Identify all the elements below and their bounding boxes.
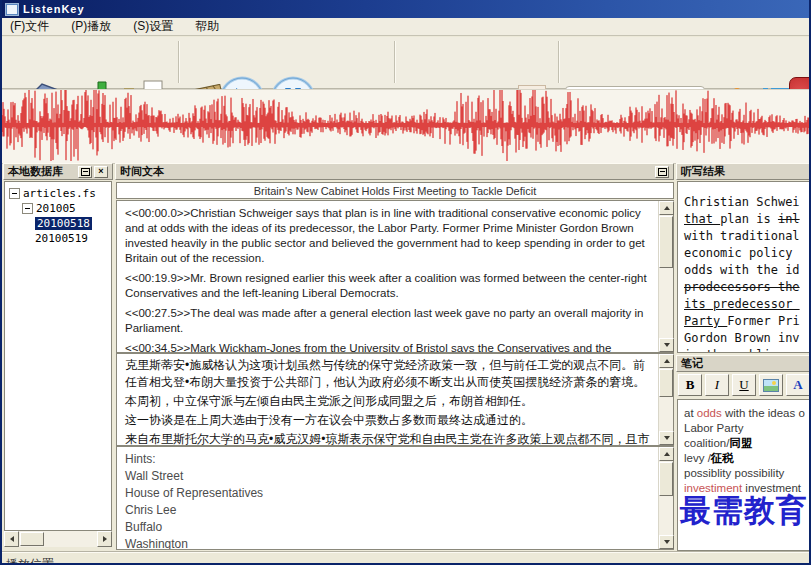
tree-item[interactable]: 20100518 (6, 216, 110, 231)
dictation-panel-header: 听写结果 (676, 163, 811, 180)
text-line: Wall Street (125, 468, 651, 485)
scrollbar-thumb[interactable] (20, 532, 44, 546)
scroll-right-button[interactable] (97, 531, 112, 547)
text-line: Washington (125, 536, 651, 550)
scroll-down-button[interactable] (659, 431, 674, 445)
dictation-line: prodecessors the (684, 279, 811, 296)
notes-format-toolbar: B I U A (678, 374, 811, 396)
window-title: ListenKey (23, 3, 85, 15)
restore-icon (81, 168, 90, 176)
local-db-title: 本地数据库 (8, 164, 63, 179)
dictation-line: economic policy (684, 245, 811, 262)
text-line: <<00:34.5>>Mark Wickham-Jones from the U… (125, 341, 651, 353)
text-line: 克里斯蒂安•施威格认为这项计划虽然与传统的保守党经济政策一致，但与前任工党的观点… (125, 357, 651, 391)
dictation-text[interactable]: Christian Schweithat plan is inlwith tra… (677, 181, 811, 353)
restore-icon (658, 168, 667, 176)
toolbar-separator (394, 41, 396, 83)
article-title-bar: Britain's New Cabinet Holds First Meetin… (116, 182, 674, 199)
scroll-up-button[interactable] (659, 447, 674, 461)
notes-panel-header: 笔记 (676, 355, 811, 372)
menu-bar: (F)文件(P)播放(S)设置帮助 (2, 18, 809, 36)
close-panel-button[interactable]: × (94, 166, 108, 178)
note-line: coalition/同盟 (684, 436, 811, 451)
dictation-line: in the public se (684, 347, 811, 353)
tree-item-label: 20100518 (35, 217, 92, 230)
scrollbar-thumb[interactable] (659, 369, 673, 397)
waveform-display[interactable] (2, 89, 809, 164)
scroll-down-button[interactable] (659, 535, 674, 549)
waveform-path (2, 90, 811, 161)
text-line: Hints: (125, 451, 651, 468)
translation-scrollbar[interactable] (658, 354, 673, 445)
bold-button[interactable]: B (678, 374, 702, 396)
dictation-line: Gordon Brown inv (684, 330, 811, 347)
app-icon (5, 3, 19, 16)
tree-item-label: 201005 (36, 202, 76, 215)
scroll-left-button[interactable] (4, 531, 19, 547)
text-line: House of Representatives (125, 485, 651, 502)
tree-item[interactable]: 201005 (6, 201, 110, 216)
italic-button[interactable]: I (705, 374, 729, 396)
status-text: 播放位置 (6, 557, 54, 565)
translation-text[interactable]: 克里斯蒂安•施威格认为这项计划虽然与传统的保守党经济政策一致，但与前任工党的观点… (116, 353, 674, 446)
dictation-line: that plan is inl (684, 211, 811, 228)
note-line: Labor Party (684, 421, 811, 436)
text-line: <<00:19.9>>Mr. Brown resigned earlier th… (125, 271, 651, 301)
transcript-scrollbar[interactable] (658, 201, 673, 352)
scroll-up-button[interactable] (659, 354, 674, 368)
menu-item[interactable]: (P)播放 (71, 18, 111, 35)
float-panel-button[interactable] (78, 166, 92, 178)
hints-scrollbar[interactable] (658, 447, 673, 549)
timed-text-title: 时间文本 (120, 164, 164, 179)
menu-item[interactable]: (S)设置 (133, 18, 173, 35)
toolbar-separator (558, 41, 560, 83)
article-title: Britain's New Cabinet Holds First Meetin… (254, 185, 537, 197)
dictation-line: odds with the id (684, 262, 811, 279)
note-line: levy /征税 (684, 451, 811, 466)
tree-view[interactable]: articles.fs2010052010051820100519 (4, 181, 112, 531)
dictation-line: Christian Schwei (684, 194, 811, 211)
close-icon: × (98, 167, 103, 176)
menu-item[interactable]: 帮助 (195, 18, 219, 35)
watermark-text: 最需教育 (680, 490, 808, 532)
toolbar: Norma 1.0 All 课文源帖 (2, 37, 809, 89)
tree-item[interactable]: 20100519 (6, 231, 110, 246)
listenkey-window: ListenKey (F)文件(P)播放(S)设置帮助 (0, 0, 811, 565)
tree-item-label: 20100519 (35, 232, 88, 245)
local-db-panel-header: 本地数据库 × (3, 163, 113, 180)
scrollbar-thumb[interactable] (659, 216, 673, 268)
menu-item[interactable]: (F)文件 (10, 18, 49, 35)
transcript-text[interactable]: <<00:00.0>>Christian Schweiger says that… (116, 200, 674, 353)
dictation-line: its predecessor (684, 296, 811, 313)
scrollbar-thumb[interactable] (659, 462, 673, 496)
dictation-line: Party Former Pri (684, 313, 811, 330)
font-color-button[interactable]: A (786, 374, 810, 396)
image-icon (763, 379, 779, 392)
text-line: Chris Lee (125, 502, 651, 519)
text-line: <<00:27.5>>The deal was made after a gen… (125, 306, 651, 336)
scroll-up-button[interactable] (659, 201, 674, 215)
text-line: 本周初，中立保守派与左倾自由民主党派之间形成同盟之后，布朗首相卸任。 (125, 393, 651, 410)
notes-title: 笔记 (681, 356, 703, 371)
scroll-down-button[interactable] (659, 338, 674, 352)
tree-h-scrollbar[interactable] (4, 531, 112, 547)
tree-expander-icon[interactable] (9, 188, 20, 199)
status-bar: 播放位置 (2, 552, 809, 565)
notes-text[interactable]: at odds with the ideas oLabor Partycoali… (677, 399, 811, 551)
timed-text-panel-header: 时间文本 (115, 163, 674, 180)
note-line: possiblity possibility (684, 466, 811, 481)
title-bar[interactable]: ListenKey (2, 0, 809, 18)
text-line: Buffalo (125, 519, 651, 536)
float-panel-button[interactable] (655, 166, 669, 178)
hints-text[interactable]: Hints:Wall StreetHouse of Representative… (116, 446, 674, 550)
insert-image-button[interactable] (759, 374, 783, 396)
text-line: <<00:00.0>>Christian Schweiger says that… (125, 206, 651, 266)
underline-button[interactable]: U (732, 374, 756, 396)
tree-item-label: articles.fs (23, 187, 96, 200)
note-line: at odds with the ideas o (684, 406, 811, 421)
dictation-title: 听写结果 (681, 164, 725, 179)
tree-item[interactable]: articles.fs (6, 186, 110, 201)
dictation-line: with traditional (684, 228, 811, 245)
toolbar-separator (178, 41, 180, 83)
tree-expander-icon[interactable] (22, 203, 33, 214)
